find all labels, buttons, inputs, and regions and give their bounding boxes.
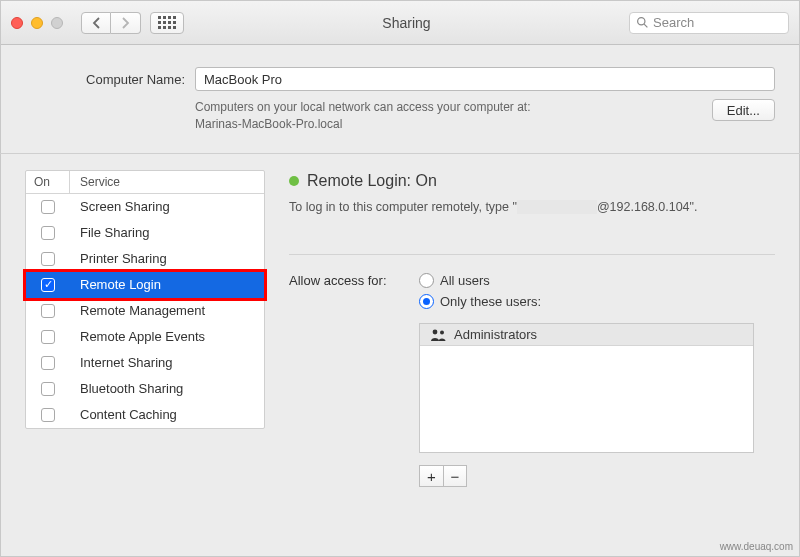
service-checkbox[interactable] <box>41 252 55 266</box>
add-user-button[interactable]: + <box>419 465 443 487</box>
titlebar: Sharing Search <box>1 1 799 45</box>
services-table: On Service Screen SharingFile SharingPri… <box>25 170 265 429</box>
search-icon <box>636 16 649 29</box>
service-row[interactable]: Content Caching <box>26 402 264 428</box>
users-list-header: Administrators <box>420 324 753 346</box>
svg-point-2 <box>433 329 438 334</box>
login-help-text: To log in to this computer remotely, typ… <box>289 200 775 215</box>
remove-user-button[interactable]: − <box>443 465 467 487</box>
status-indicator-icon <box>289 176 299 186</box>
service-label: File Sharing <box>70 225 264 240</box>
service-detail-panel: Remote Login: On To log in to this compu… <box>289 170 775 488</box>
service-label: Remote Apple Events <box>70 329 264 344</box>
service-checkbox[interactable]: ✓ <box>41 278 55 292</box>
grid-icon <box>158 16 176 29</box>
service-row[interactable]: Screen Sharing <box>26 194 264 220</box>
people-icon <box>430 329 448 341</box>
computer-name-section: Computer Name: Computers on your local n… <box>1 45 799 133</box>
computer-name-desc: Computers on your local network can acce… <box>195 99 712 133</box>
window-controls <box>11 17 63 29</box>
radio-icon <box>419 273 434 288</box>
service-checkbox[interactable] <box>41 226 55 240</box>
col-on: On <box>26 171 70 193</box>
svg-line-1 <box>644 24 647 27</box>
back-button[interactable] <box>81 12 111 34</box>
show-all-button[interactable] <box>150 12 184 34</box>
access-label: Allow access for: <box>289 273 409 487</box>
users-list[interactable]: Administrators <box>419 323 754 453</box>
service-checkbox[interactable] <box>41 356 55 370</box>
computer-name-label: Computer Name: <box>25 72 185 87</box>
service-checkbox[interactable] <box>41 200 55 214</box>
edit-hostname-button[interactable]: Edit... <box>712 99 775 121</box>
service-label: Content Caching <box>70 407 264 422</box>
service-checkbox[interactable] <box>41 408 55 422</box>
search-input[interactable]: Search <box>629 12 789 34</box>
search-placeholder: Search <box>653 15 694 30</box>
services-panel: On Service Screen SharingFile SharingPri… <box>25 170 265 488</box>
service-row[interactable]: File Sharing <box>26 220 264 246</box>
service-row[interactable]: Printer Sharing <box>26 246 264 272</box>
minimize-icon[interactable] <box>31 17 43 29</box>
service-row[interactable]: Remote Apple Events <box>26 324 264 350</box>
svg-point-0 <box>638 18 645 25</box>
radio-icon <box>419 294 434 309</box>
access-section: Allow access for: All users Only these u… <box>289 273 775 487</box>
users-buttons: + − <box>419 465 754 487</box>
service-row[interactable]: Remote Management <box>26 298 264 324</box>
service-row[interactable]: Internet Sharing <box>26 350 264 376</box>
forward-button[interactable] <box>111 12 141 34</box>
sharing-prefs-window: Sharing Search Computer Name: Computers … <box>0 0 800 557</box>
service-checkbox[interactable] <box>41 382 55 396</box>
service-label: Printer Sharing <box>70 251 264 266</box>
maximize-icon[interactable] <box>51 17 63 29</box>
service-label: Bluetooth Sharing <box>70 381 264 396</box>
service-checkbox[interactable] <box>41 330 55 344</box>
nav-buttons <box>81 12 141 34</box>
services-header: On Service <box>26 171 264 194</box>
watermark: www.deuaq.com <box>720 541 793 552</box>
service-row[interactable]: ✓Remote Login <box>26 272 264 298</box>
status-title: Remote Login: On <box>289 172 775 190</box>
radio-only-these-users[interactable]: Only these users: <box>419 294 754 309</box>
detail-divider <box>289 254 775 255</box>
window-title: Sharing <box>184 15 629 31</box>
service-row[interactable]: Bluetooth Sharing <box>26 376 264 402</box>
service-label: Remote Management <box>70 303 264 318</box>
service-label: Internet Sharing <box>70 355 264 370</box>
service-label: Remote Login <box>70 277 264 292</box>
computer-name-field[interactable] <box>195 67 775 91</box>
radio-all-users[interactable]: All users <box>419 273 754 288</box>
col-service: Service <box>70 171 264 193</box>
svg-point-3 <box>440 330 444 334</box>
service-label: Screen Sharing <box>70 199 264 214</box>
redacted-username <box>517 200 597 214</box>
close-icon[interactable] <box>11 17 23 29</box>
service-checkbox[interactable] <box>41 304 55 318</box>
